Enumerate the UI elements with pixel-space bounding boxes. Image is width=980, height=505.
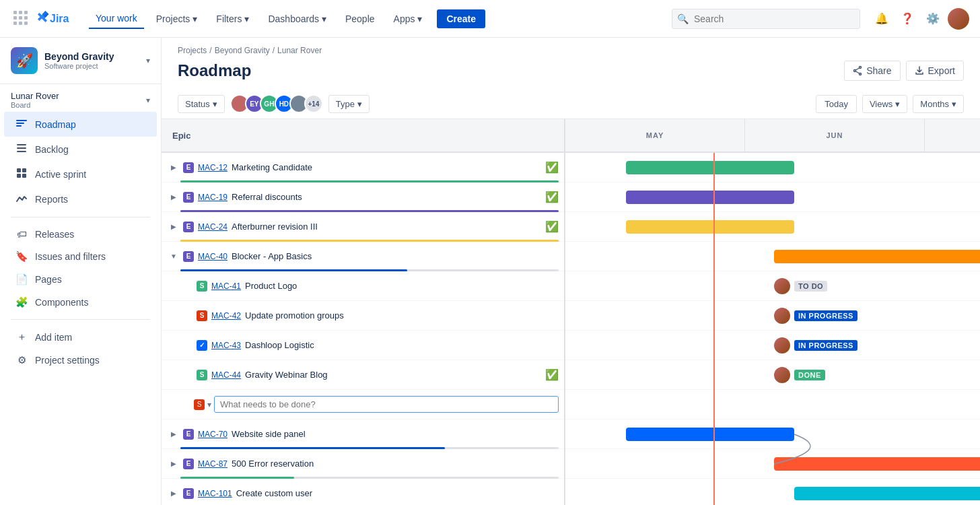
new-item-input[interactable]: [214, 396, 559, 413]
sidebar-item-issues-filters[interactable]: 🔖 Issues and filters: [4, 245, 157, 268]
nav-dashboards[interactable]: Dashboards: [261, 9, 333, 28]
status-filter-button[interactable]: Status: [178, 95, 225, 113]
list-item[interactable]: ▶ E MAC-101 Create custom user: [162, 479, 564, 505]
breadcrumb-lunar-rover[interactable]: Lunar Rover: [277, 46, 322, 55]
gantt-bar-mac24[interactable]: [626, 220, 794, 234]
sidebar-item-backlog[interactable]: Backlog: [4, 137, 157, 162]
epic-id-mac24[interactable]: MAC-24: [198, 222, 228, 232]
epic-id-mac40[interactable]: MAC-40: [198, 252, 228, 261]
list-item[interactable]: ▶ E MAC-19 Referral discounts ✅: [162, 182, 564, 212]
expand-mac87[interactable]: ▶: [167, 457, 180, 471]
search-icon: 🔍: [677, 13, 689, 24]
sidebar-item-roadmap[interactable]: Roadmap: [4, 112, 157, 137]
settings-button[interactable]: ⚙️: [922, 8, 944, 30]
epic-row-wrapper-mac87: ▶ E MAC-87 500 Error reservation: [162, 449, 564, 479]
expand-mac19[interactable]: ▶: [167, 191, 180, 204]
done-icon-mac19: ✅: [545, 191, 559, 203]
gantt-bar-mac101[interactable]: [794, 487, 980, 500]
sidebar-item-reports[interactable]: Reports: [4, 187, 157, 211]
month-may: MAY: [565, 119, 745, 152]
notifications-button[interactable]: 🔔: [871, 8, 893, 30]
list-item[interactable]: S MAC-41 Product Logo: [162, 271, 564, 301]
issues-label: Issues and filters: [35, 251, 106, 262]
nav-filters[interactable]: Filters: [209, 9, 256, 28]
avatar-extra-count[interactable]: +14: [304, 94, 323, 113]
timeline-row-mac12: [565, 153, 980, 182]
gantt-bar-mac40[interactable]: [774, 250, 980, 263]
export-icon: [915, 66, 924, 75]
epic-id-mac44[interactable]: MAC-44: [211, 370, 241, 380]
list-item[interactable]: ▶ E MAC-87 500 Error reservation: [162, 449, 564, 479]
sidebar-item-components[interactable]: 🧩 Components: [4, 291, 157, 314]
svg-rect-2: [19, 11, 22, 14]
user-avatar[interactable]: [948, 8, 969, 30]
sidebar-item-active-sprint[interactable]: Active sprint: [4, 162, 157, 187]
app-logo[interactable]: Jira: [11, 8, 78, 30]
sidebar-item-add[interactable]: ＋ Add item: [4, 325, 157, 349]
today-button[interactable]: Today: [816, 95, 857, 113]
epic-id-mac70[interactable]: MAC-70: [198, 430, 228, 439]
gantt-bar-mac12[interactable]: [626, 161, 794, 174]
header-actions: Share Export: [844, 61, 964, 81]
nav-projects[interactable]: Projects: [149, 9, 205, 28]
svg-point-19: [860, 73, 862, 75]
epic-column-label: Epic: [172, 131, 190, 141]
project-info: Beyond Gravity Software project: [44, 51, 139, 70]
epic-row-wrapper-mac101: ▶ E MAC-101 Create custom user: [162, 479, 564, 505]
sidebar-board[interactable]: Lunar Rover Board: [0, 84, 161, 112]
breadcrumb-beyond-gravity[interactable]: Beyond Gravity: [215, 46, 270, 55]
search-input[interactable]: [672, 9, 860, 29]
help-button[interactable]: ❓: [897, 8, 918, 30]
list-item[interactable]: ✓ MAC-43 Dashloop Logistic: [162, 331, 564, 360]
expand-mac12[interactable]: ▶: [167, 161, 180, 174]
mac42-status-badge: IN PROGRESS: [794, 310, 858, 321]
epic-name-mac43: Dashloop Logistic: [245, 340, 559, 350]
export-button[interactable]: Export: [906, 61, 964, 81]
gantt-bar-mac87[interactable]: [774, 457, 980, 471]
epic-id-mac101[interactable]: MAC-101: [198, 489, 232, 498]
type-chevron: [357, 99, 362, 109]
create-button[interactable]: Create: [437, 9, 485, 28]
list-item[interactable]: S MAC-44 Gravity Webinar Blog ✅: [162, 360, 564, 390]
svg-rect-9: [24, 22, 28, 25]
epic-icon-mac12: E: [183, 162, 194, 173]
epic-name-mac101: Create custom user: [236, 488, 559, 498]
epic-id-mac43[interactable]: MAC-43: [211, 341, 241, 350]
svg-rect-11: [17, 144, 26, 145]
epic-id-mac19[interactable]: MAC-19: [198, 193, 228, 202]
epic-id-mac12[interactable]: MAC-12: [198, 163, 228, 172]
svg-line-21: [855, 68, 859, 70]
expand-mac101[interactable]: ▶: [167, 487, 180, 500]
epic-row-wrapper-mac12: ▶ E MAC-12 Marketing Candidate ✅: [162, 153, 564, 182]
expand-mac70[interactable]: ▶: [167, 428, 180, 441]
list-item[interactable]: ▼ E MAC-40 Blocker - App Basics: [162, 242, 564, 271]
gantt-bar-mac19[interactable]: [626, 191, 794, 204]
months-button[interactable]: Months: [913, 95, 964, 113]
epic-id-mac42[interactable]: MAC-42: [211, 311, 241, 321]
sidebar-item-project-settings[interactable]: ⚙ Project settings: [4, 349, 157, 372]
reports-label: Reports: [35, 194, 68, 205]
timeline-row-mac40: [565, 242, 980, 271]
expand-mac24[interactable]: ▶: [167, 220, 180, 234]
list-item[interactable]: S MAC-42 Update promotion groups: [162, 301, 564, 331]
breadcrumb-projects[interactable]: Projects: [178, 46, 207, 55]
list-item[interactable]: ▶ E MAC-12 Marketing Candidate ✅: [162, 153, 564, 182]
epic-rows: ▶ E MAC-12 Marketing Candidate ✅: [162, 153, 564, 505]
list-item[interactable]: ▶ E MAC-70 Website side panel: [162, 419, 564, 449]
gantt-bar-mac70[interactable]: [626, 428, 794, 441]
sidebar-item-pages[interactable]: 📄 Pages: [4, 268, 157, 291]
epic-id-mac87[interactable]: MAC-87: [198, 459, 228, 469]
list-item[interactable]: ▶ E MAC-24 Afterburner revision III ✅: [162, 212, 564, 242]
views-button[interactable]: Views: [862, 95, 907, 113]
timeline-row-mac42: IN PROGRESS: [565, 301, 980, 331]
nav-apps[interactable]: Apps: [387, 9, 429, 28]
expand-mac40[interactable]: ▼: [167, 250, 180, 263]
share-button[interactable]: Share: [844, 61, 900, 81]
type-filter-button[interactable]: Type: [328, 95, 370, 113]
status-chevron: [213, 99, 217, 109]
sidebar-item-releases[interactable]: 🏷 Releases: [4, 223, 157, 245]
nav-people[interactable]: People: [339, 9, 382, 28]
sidebar-project[interactable]: 🚀 Beyond Gravity Software project: [0, 38, 161, 84]
nav-your-work[interactable]: Your work: [89, 9, 144, 29]
epic-id-mac41[interactable]: MAC-41: [211, 281, 241, 291]
